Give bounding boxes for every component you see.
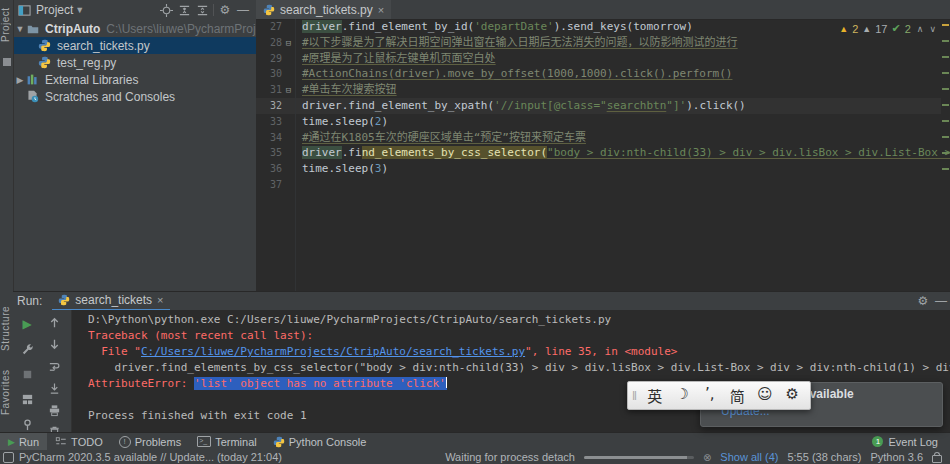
console-token: File " <box>88 345 141 358</box>
stripe-icon[interactable] <box>3 58 11 66</box>
fold-marker-icon[interactable]: ⊟ <box>282 35 295 51</box>
readonly-lock-icon[interactable] <box>932 455 942 463</box>
layout-button[interactable] <box>19 391 35 407</box>
console-line[interactable]: D:\Python\python.exe C:/Users/liuwe/Pych… <box>88 312 950 328</box>
caret-position[interactable]: 5:55 (38 chars) <box>787 451 861 463</box>
tree-row-test-reg[interactable]: test_reg.py <box>14 54 256 71</box>
soft-wrap-button[interactable] <box>46 358 62 374</box>
ime-settings-icon[interactable]: ⚙ <box>778 385 806 406</box>
toolwindow-button-run[interactable]: ▶ Run <box>0 433 47 450</box>
python-interpreter[interactable]: Python 3.6 <box>870 451 923 463</box>
code-line-30[interactable]: 30#ActionChains(driver).move_by_offset(1… <box>256 66 941 82</box>
pin-icon[interactable] <box>19 416 35 432</box>
expand-all-button[interactable] <box>193 2 211 18</box>
print-button[interactable] <box>46 402 62 418</box>
run-toolbar: ▶ <box>13 310 72 434</box>
console-line[interactable]: File "C:/Users/liuwe/PycharmProjects/Ctr… <box>88 344 950 360</box>
chevron-expanded-icon[interactable]: ▼ <box>14 24 26 34</box>
console-token: D:\Python\python.exe C:/Users/liuwe/Pych… <box>88 313 611 326</box>
code-line-27[interactable]: 27driver.find_element_by_id('departDate'… <box>256 19 941 35</box>
toolwindow-button-problems[interactable]: ! Problems <box>111 433 189 450</box>
scroll-mark <box>942 120 949 122</box>
code-text: #以下步骤是为了解决日期空间弹出窗在输入日期后无法消失的问题，以防影响测试的进行 <box>295 35 738 51</box>
show-all-processes-link[interactable]: Show all (4) <box>720 451 778 463</box>
collapse-all-button[interactable] <box>175 2 193 18</box>
code-text: driver.find_element_by_xpath('//input[@c… <box>295 98 746 114</box>
line-number: 29 <box>256 51 282 67</box>
project-panel-title[interactable]: Project <box>36 3 73 17</box>
editor-area: search_tickets.py × ▲ 2 ▲ 17 ✔ 2 ∧ ∨ 27d… <box>256 0 950 291</box>
code-line-37[interactable]: 37 <box>256 177 941 193</box>
scrollbar-marks[interactable] <box>941 19 950 291</box>
stripe-tab-favorites[interactable]: Favorites <box>0 362 13 422</box>
ime-moon-icon[interactable]: ☽ <box>668 385 696 406</box>
toolwindow-button-todo[interactable]: TODO <box>47 433 111 450</box>
code-token: driver <box>302 146 342 159</box>
stripe-tab-project[interactable]: Project <box>0 2 13 48</box>
editor-tab-search-tickets[interactable]: search_tickets.py × <box>256 0 391 19</box>
hide-run-panel-button[interactable]: — <box>932 293 950 309</box>
code-line-32[interactable]: 32driver.find_element_by_xpath('//input[… <box>256 98 941 114</box>
background-process-label: Waiting for process detach <box>445 451 575 463</box>
console-line[interactable]: driver.find_elements_by_css_selector("bo… <box>88 360 950 376</box>
code-line-29[interactable]: 29#原理是为了让鼠标左键单机页面空白处 <box>256 51 941 67</box>
code-line-36[interactable]: 36time.sleep(3) <box>256 161 941 177</box>
code-line-35[interactable]: 35driver.find_elements_by_css_selector("… <box>256 145 941 161</box>
run-play-icon: ▶ <box>8 437 15 447</box>
line-number: 27 <box>256 19 282 35</box>
chevron-collapsed-icon[interactable]: ▶ <box>14 75 26 85</box>
toolwindow-quick-access-icon[interactable] <box>3 452 14 463</box>
ime-toolbar-popup[interactable]: ‖ 英☽’,简☺⚙ <box>627 381 811 410</box>
console-line[interactable]: Traceback (most recent call last): <box>88 328 950 344</box>
code-text: driver.find_elements_by_css_selector("bo… <box>295 145 950 161</box>
up-stack-button[interactable] <box>46 314 62 330</box>
stripe-tab-structure[interactable]: Structure <box>0 300 13 356</box>
scroll-mark <box>942 152 949 154</box>
project-tool-window: Project ▼ ⚙ — ▼ CtripAuto C:\Users\liuwe… <box>14 0 258 291</box>
run-wrench-icon[interactable] <box>19 341 35 357</box>
cancel-process-icon[interactable]: ⊗ <box>703 452 711 463</box>
hide-panel-button[interactable]: — <box>234 2 252 18</box>
ime-emoji-icon[interactable]: ☺ <box>751 385 779 406</box>
scroll-mark <box>942 40 949 42</box>
rerun-button[interactable]: ▶ <box>19 316 35 332</box>
code-token: "]' <box>666 99 686 112</box>
event-log-button[interactable]: 1 Event Log <box>872 436 950 448</box>
code-token: ).send_keys(tomorrow) <box>554 20 693 33</box>
ime-english-mode-icon[interactable]: 英 <box>641 385 669 406</box>
run-tab-search-tickets[interactable]: search_tickets × <box>52 291 169 311</box>
tree-row-external-libraries[interactable]: ▶ External Libraries <box>14 71 256 88</box>
code-line-31[interactable]: 31⊟#单击车次搜索按钮 <box>256 82 941 98</box>
code-line-33[interactable]: 33time.sleep(2) <box>256 114 941 130</box>
toolwindow-button-python-console[interactable]: Python Console <box>265 433 375 450</box>
project-root-name: CtripAuto <box>45 22 100 36</box>
status-bar: PyCharm 2020.3.5 available // Update... … <box>0 450 950 464</box>
tree-row-search-tickets[interactable]: search_tickets.py <box>14 37 256 54</box>
fold-marker-icon[interactable]: ⊟ <box>282 82 295 98</box>
close-tab-icon[interactable]: × <box>378 4 384 16</box>
status-update-message[interactable]: PyCharm 2020.3.5 available // Update... … <box>19 451 282 463</box>
ime-punctuation-icon[interactable]: ’, <box>696 385 724 406</box>
down-stack-button[interactable] <box>46 336 62 352</box>
tree-row-root[interactable]: ▼ CtripAuto C:\Users\liuwe\PycharmProjec… <box>14 20 256 37</box>
run-settings-gear-icon[interactable]: ⚙ <box>914 293 932 309</box>
settings-gear-icon[interactable]: ⚙ <box>216 2 234 18</box>
locate-file-button[interactable] <box>157 2 175 18</box>
editor-body[interactable]: 27driver.find_element_by_id('departDate'… <box>256 19 950 291</box>
close-tab-icon[interactable]: × <box>157 294 163 306</box>
gutter-separator <box>295 19 296 291</box>
code-text: #原理是为了让鼠标左键单机页面空白处 <box>295 51 496 67</box>
chevron-down-icon[interactable]: ▼ <box>75 5 84 15</box>
code-line-34[interactable]: 34#通过在K1805车次的硬座区域单击“预定”按钮来预定车票 <box>256 130 941 146</box>
tree-row-scratches[interactable]: Scratches and Consoles <box>14 88 256 105</box>
event-log-label: Event Log <box>888 436 938 448</box>
code-line-28[interactable]: 28⊟#以下步骤是为了解决日期空间弹出窗在输入日期后无法消失的问题，以防影响测试… <box>256 35 941 51</box>
line-number: 34 <box>256 130 282 146</box>
code-text: time.sleep(3) <box>295 161 388 177</box>
console-file-link[interactable]: C:/Users/liuwe/PycharmProjects/CtripAuto… <box>141 345 525 358</box>
ime-grip-handle[interactable]: ‖ <box>632 389 637 403</box>
scroll-to-end-button[interactable] <box>46 380 62 396</box>
stop-button[interactable] <box>19 366 35 382</box>
toolwindow-button-terminal[interactable]: >_ Terminal <box>189 433 265 450</box>
ime-simplified-chinese-icon[interactable]: 简 <box>723 385 751 406</box>
